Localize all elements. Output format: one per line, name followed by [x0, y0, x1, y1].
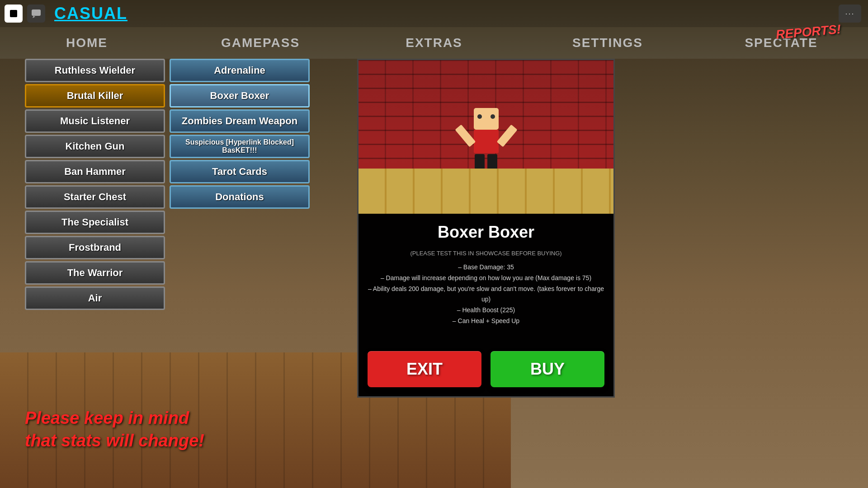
nav-settings[interactable]: SETTINGS [521, 36, 694, 50]
mode-label: CASUAL [54, 4, 127, 23]
item-info-area: Boxer Boxer (PLEASE TEST THIS IN SHOWCAS… [359, 214, 613, 396]
detail-panel: Boxer Boxer (PLEASE TEST THIS IN SHOWCAS… [357, 59, 615, 398]
exit-button[interactable]: EXIT [368, 351, 481, 387]
buy-button[interactable]: BUY [491, 351, 604, 387]
preview-floor [359, 169, 613, 214]
desc-subtitle: (PLEASE TEST THIS IN SHOWCASE BEFORE BUY… [368, 249, 604, 258]
btn-music-listener[interactable]: Music Listener [25, 109, 165, 133]
character-preview [359, 60, 613, 214]
svg-rect-2 [32, 9, 41, 16]
stat-2: – Damage will increase depending on how … [368, 273, 604, 284]
btn-kitchen-gun[interactable]: Kitchen Gun [25, 135, 165, 158]
stat-4: – Health Boost (225) [368, 305, 604, 316]
stat-5: – Can Heal + Speed Up [368, 316, 604, 327]
nav-menu: HOME GAMEPASS EXTRAS SETTINGS SPECTATE [0, 27, 868, 59]
btn-donations[interactable]: Donations [170, 185, 310, 209]
btn-suspicious-basket[interactable]: Suspicious [Hyperlink Blocked] BasKET!!! [170, 135, 310, 158]
topbar: CASUAL ··· [0, 0, 868, 27]
btn-the-warrior[interactable]: The Warrior [25, 261, 165, 285]
btn-brutal-killer[interactable]: Brutal Killer [25, 84, 165, 108]
left-items-list: Ruthless Wielder Brutal Killer Music Lis… [25, 59, 165, 310]
btn-ruthless-wielder[interactable]: Ruthless Wielder [25, 59, 165, 82]
roblox-logo-icon[interactable] [5, 5, 23, 23]
btn-air[interactable]: Air [25, 286, 165, 310]
warning-line2: that stats will change! [25, 430, 204, 452]
btn-adrenaline[interactable]: Adrenaline [170, 59, 310, 82]
btn-zombies-dream-weapon[interactable]: Zombies Dream Weapon [170, 109, 310, 133]
nav-gamepass[interactable]: GAMEPASS [174, 36, 347, 50]
btn-tarot-cards[interactable]: Tarot Cards [170, 160, 310, 183]
nav-extras[interactable]: EXTRAS [347, 36, 521, 50]
warning-text: Please keep in mind that stats will chan… [25, 407, 204, 452]
stat-3: – Ability deals 200 damage, but you're s… [368, 284, 604, 305]
stat-1: – Base Damage: 35 [368, 262, 604, 273]
svg-rect-1 [10, 10, 17, 17]
chat-icon[interactable] [27, 5, 45, 23]
more-options-button[interactable]: ··· [839, 5, 861, 23]
item-description: (PLEASE TEST THIS IN SHOWCASE BEFORE BUY… [368, 249, 604, 342]
action-buttons: EXIT BUY [368, 351, 604, 387]
warning-line1: Please keep in mind [25, 407, 204, 429]
item-title: Boxer Boxer [368, 223, 604, 242]
btn-boxer-boxer[interactable]: Boxer Boxer [170, 84, 310, 108]
right-items-list: Adrenaline Boxer Boxer Zombies Dream Wea… [170, 59, 310, 209]
btn-ban-hammer[interactable]: Ban Hammer [25, 160, 165, 183]
btn-frostbrand[interactable]: Frostbrand [25, 236, 165, 259]
nav-home[interactable]: HOME [0, 36, 174, 50]
btn-the-specialist[interactable]: The Specialist [25, 211, 165, 234]
svg-marker-3 [33, 16, 35, 18]
btn-starter-chest[interactable]: Starter Chest [25, 185, 165, 209]
